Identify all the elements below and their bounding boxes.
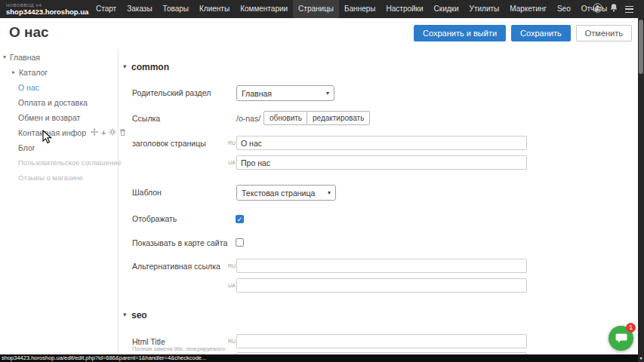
- settings-gear-icon[interactable]: [109, 125, 116, 140]
- template-value: Текстовая страница: [242, 189, 315, 198]
- caret-down-icon[interactable]: ▾: [3, 50, 6, 65]
- scroll-down-arrow-icon[interactable]: ▾: [638, 356, 644, 361]
- tree-item-label: Каталог: [19, 65, 48, 80]
- vertical-scrollbar[interactable]: ▾: [638, 18, 644, 362]
- menu-item-banners[interactable]: Баннеры: [339, 0, 381, 18]
- tree-item-contact-info[interactable]: Контактная инфор +: [0, 125, 118, 140]
- tree-item-label: Обмен и возврат: [18, 110, 80, 125]
- tree-item-label: О нас: [18, 80, 39, 95]
- tree-item-catalog[interactable]: ▸ Каталог: [0, 65, 118, 80]
- tree-item-actions: +: [91, 125, 126, 140]
- sitemap-checkbox[interactable]: [236, 238, 244, 247]
- link-value: /o-nas/: [236, 114, 260, 123]
- tree-item-user-agreement[interactable]: Пользовательское соглашение: [0, 155, 118, 170]
- header-buttons: Сохранить и выйти Сохранить Отменить: [414, 25, 632, 41]
- notifications-bell-icon[interactable]: [609, 2, 618, 16]
- top-navbar: НОВОВВОД V4 shop34423.horoshop.ua Старт …: [0, 0, 644, 18]
- menu-item-seo[interactable]: Seo: [552, 0, 576, 18]
- menu-item-settings[interactable]: Настройки: [381, 0, 429, 18]
- section-collapse-icon[interactable]: ▾: [123, 63, 127, 70]
- alt-link-label: Альтернативная ссылка: [132, 262, 220, 271]
- menu-item-products[interactable]: Товары: [158, 0, 194, 18]
- menu-item-utilities[interactable]: Утилиты: [464, 0, 505, 18]
- menu-item-clients[interactable]: Клиенты: [194, 0, 235, 18]
- tree-item-label: Пользовательское соглашение: [18, 155, 122, 170]
- chat-bubble-icon: [615, 333, 627, 344]
- logo-version-label: НОВОВВОД V4: [6, 3, 91, 8]
- page-title: О нас: [9, 24, 49, 41]
- logo-domain: shop34423.horoshop.ua: [6, 8, 91, 16]
- page-heading-ua-input[interactable]: [236, 155, 527, 170]
- save-button[interactable]: Сохранить: [511, 25, 571, 41]
- move-icon[interactable]: [91, 125, 98, 140]
- menu-item-discounts[interactable]: Скидки: [429, 0, 464, 18]
- tree-item-label: Контактная инфор: [18, 125, 86, 140]
- page-heading-ru-input[interactable]: [236, 136, 527, 150]
- tree-item-home[interactable]: ▾ Главная: [0, 50, 118, 65]
- display-label: Отображать: [132, 214, 177, 223]
- tree-item-label: Оплата и доставка: [18, 95, 88, 110]
- lang-ua-label: UA: [228, 283, 236, 288]
- section-collapse-icon[interactable]: ▾: [123, 311, 127, 318]
- status-url: shop34423.horoshop.ua/edit/edit.php?id=6…: [2, 354, 206, 361]
- sitemap-label: Показывать в карте сайта: [132, 238, 227, 247]
- page-heading-label: заголовок страницы: [132, 139, 206, 148]
- tree-item-exchange-return[interactable]: Обмен и возврат: [0, 110, 118, 125]
- save-and-exit-button[interactable]: Сохранить и выйти: [414, 25, 506, 41]
- display-checkbox[interactable]: [236, 215, 244, 223]
- user-account-icon[interactable]: [593, 2, 602, 16]
- section-common-title: common: [131, 62, 169, 72]
- parent-section-select[interactable]: Главная ▾: [236, 85, 334, 101]
- menu-item-comments[interactable]: Комментарии: [235, 0, 293, 18]
- browser-status-bar: shop34423.horoshop.ua/edit/edit.php?id=6…: [0, 354, 638, 362]
- template-label: Шаблон: [132, 188, 162, 197]
- tree-item-about-selected[interactable]: О нас: [0, 80, 118, 95]
- tree-item-store-reviews[interactable]: Отзывы о магазине: [0, 170, 118, 186]
- menu-item-pages[interactable]: Страницы: [293, 0, 339, 18]
- menu-item-start[interactable]: Старт: [91, 0, 122, 18]
- tree-item-label: Блог: [18, 140, 35, 155]
- template-select[interactable]: Текстовая страница ▾: [236, 185, 336, 201]
- menu-item-orders[interactable]: Заказы: [122, 0, 157, 18]
- link-update-button[interactable]: обновить: [263, 111, 308, 125]
- tree-item-payment-delivery[interactable]: Оплата и доставка: [0, 95, 118, 110]
- alt-link-ru-input[interactable]: [236, 259, 527, 273]
- section-seo-title: seo: [131, 310, 147, 321]
- parent-section-value: Главная: [242, 89, 272, 98]
- tree-item-blog[interactable]: Блог: [0, 140, 118, 155]
- cancel-button[interactable]: Отменить: [576, 25, 632, 41]
- add-page-icon[interactable]: +: [101, 129, 106, 137]
- tree-item-label: Главная: [10, 50, 40, 65]
- tree-item-label: Отзывы о магазине: [18, 170, 83, 186]
- pages-tree-sidebar: ▾ Главная ▸ Каталог О нас Оплата и доста…: [0, 50, 119, 354]
- lang-ua-label: UA: [228, 160, 236, 165]
- topbar-icons: [593, 0, 633, 18]
- chat-unread-badge: 1: [626, 323, 636, 333]
- caret-right-icon[interactable]: ▸: [12, 65, 15, 80]
- alt-link-ua-input[interactable]: [236, 278, 527, 293]
- lang-ru-label: RU: [228, 263, 236, 268]
- logo[interactable]: НОВОВВОД V4 shop34423.horoshop.ua: [0, 3, 91, 16]
- link-edit-button[interactable]: редактировать: [307, 111, 370, 125]
- lang-ru-label: RU: [228, 140, 236, 146]
- chevron-down-icon: ▾: [326, 90, 329, 97]
- scrollbar-thumb[interactable]: [639, 20, 643, 74]
- html-title-ru-input[interactable]: [236, 334, 527, 348]
- parent-section-label: Родительский раздел: [132, 88, 211, 97]
- chevron-down-icon: ▾: [328, 189, 331, 196]
- link-label: Ссылка: [132, 114, 160, 123]
- lang-ru-label: RU: [228, 339, 236, 344]
- top-menu: Старт Заказы Товары Клиенты Комментарии …: [91, 0, 612, 18]
- menu-item-marketing[interactable]: Маркетинг: [504, 0, 552, 18]
- hamburger-menu-icon[interactable]: [625, 6, 633, 13]
- delete-trash-icon[interactable]: [119, 125, 126, 140]
